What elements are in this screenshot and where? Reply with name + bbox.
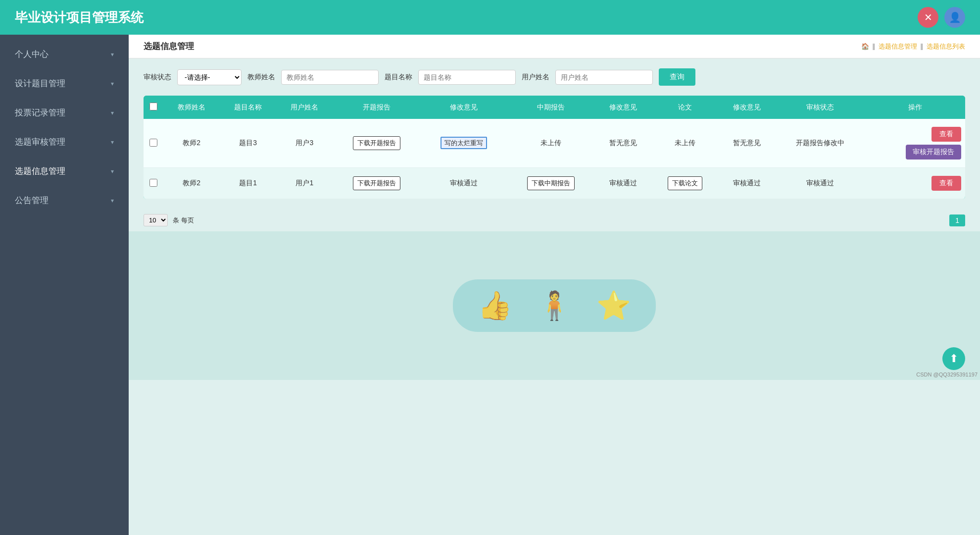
row1-comment3-cell: 暂无意见 (719, 119, 775, 168)
row2-user: 用户1 (276, 168, 333, 199)
row1-audit-button[interactable]: 审核开题报告 (906, 145, 961, 160)
chevron-right-icon: ▾ (111, 139, 114, 146)
row2-ops-cell: 查看 (865, 168, 965, 199)
sidebar-item-audit[interactable]: 选题审核管理 ▾ (0, 127, 129, 157)
sidebar-item-selection[interactable]: 选题信息管理 ▾ (0, 157, 129, 186)
main-content: 选题信息管理 🏠 ‖ 选题信息管理 ‖ 选题信息列表 审核状态 -请选择- 教师… (129, 35, 980, 535)
row1-teacher: 教师2 (163, 119, 220, 168)
select-all-checkbox[interactable] (149, 103, 157, 110)
row2-comment3-cell: 审核通过 (719, 168, 775, 199)
chevron-right-icon: ▾ (111, 51, 114, 58)
row1-topic: 题目3 (220, 119, 276, 168)
page-1-button[interactable]: 1 (949, 214, 965, 226)
topic-label: 题目名称 (385, 73, 412, 82)
row2-paper-cell: 下载论文 (651, 168, 719, 199)
user-label: 用户姓名 (522, 73, 549, 82)
sidebar-item-notice[interactable]: 公告管理 ▾ (0, 186, 129, 215)
per-page-label: 条 每页 (173, 216, 194, 225)
header-icons: ✕ 👤 (918, 7, 965, 28)
row1-ops-cell: 查看 审核开题报告 (865, 119, 965, 168)
breadcrumb-sep1: ‖ (872, 43, 876, 50)
row1-comment1-cell: 写的太烂重写 (421, 119, 507, 168)
row1-view-button[interactable]: 查看 (931, 127, 961, 142)
sidebar: 个人中心 ▾ 设计题目管理 ▾ 投票记录管理 ▾ 选题审核管理 ▾ 选题信息管理… (0, 35, 129, 535)
row2-download-paper-button[interactable]: 下载论文 (668, 176, 702, 190)
row2-download-open-report-button[interactable]: 下载开题报告 (353, 176, 400, 190)
row2-download-mid-report-button[interactable]: 下载中期报告 (527, 176, 575, 190)
chevron-right-icon: ▾ (111, 168, 114, 175)
breadcrumb-current: 选题信息列表 (927, 42, 965, 51)
star-icon: ⭐ (596, 289, 631, 322)
filter-bar: 审核状态 -请选择- 教师姓名 题目名称 用户姓名 查询 (129, 58, 980, 96)
row1-comment1-input[interactable]: 写的太烂重写 (441, 137, 487, 149)
sidebar-item-label: 选题审核管理 (15, 136, 65, 148)
row2-topic: 题目1 (220, 168, 276, 199)
chevron-right-icon: ▾ (111, 80, 114, 87)
page-title: 选题信息管理 (144, 41, 194, 52)
bottom-area: 👍 🧍 ⭐ ⬆ CSDN @QQ3295391197 (129, 231, 980, 380)
row2-comment1-cell: 审核通过 (421, 168, 507, 199)
row2-status-cell: 审核通过 (775, 168, 865, 199)
table-header-topic: 题目名称 (220, 96, 276, 119)
row2-comment2-cell: 审核通过 (595, 168, 651, 199)
home-icon: 🏠 (861, 43, 869, 50)
table-header-open-report: 开题报告 (333, 96, 421, 119)
csdn-watermark: CSDN @QQ3295391197 (916, 372, 978, 377)
table-header-comment3: 修改意见 (719, 96, 775, 119)
row1-paper-cell: 未上传 (651, 119, 719, 168)
thumbs-up-icon: 👍 (478, 289, 512, 322)
table-header-status: 审核状态 (775, 96, 865, 119)
breadcrumb-link1[interactable]: 选题信息管理 (879, 42, 917, 51)
row1-mid-report-cell: 未上传 (507, 119, 595, 168)
sidebar-item-design[interactable]: 设计题目管理 ▾ (0, 69, 129, 98)
row2-checkbox[interactable] (149, 179, 157, 187)
chevron-right-icon: ▾ (111, 109, 114, 116)
table-header-teacher: 教师姓名 (163, 96, 220, 119)
scroll-top-button[interactable]: ⬆ (942, 347, 965, 370)
row2-view-button[interactable]: 查看 (931, 176, 961, 191)
row1-checkbox[interactable] (149, 139, 157, 147)
table-header-comment1: 修改意见 (421, 96, 507, 119)
table-header-mid-report: 中期报告 (507, 96, 595, 119)
sidebar-item-label: 个人中心 (15, 49, 49, 60)
user-input[interactable] (555, 70, 653, 85)
row1-status-cell: 开题报告修改中 (775, 119, 865, 168)
close-button[interactable]: ✕ (918, 7, 938, 28)
row2-open-report-cell: 下载开题报告 (333, 168, 421, 199)
row1-user: 用户3 (276, 119, 333, 168)
topic-input[interactable] (418, 70, 516, 85)
table-container: 教师姓名 题目名称 用户姓名 开题报告 修改意见 中期报告 修改意见 论文 修改… (129, 96, 980, 209)
table-row: 教师2 题目3 用户3 下载开题报告 写的太烂重写 未上传 暂无意见 未上传 暂… (144, 119, 965, 168)
bottom-widget: 👍 🧍 ⭐ (453, 279, 656, 332)
table-header-paper: 论文 (651, 96, 719, 119)
user-button[interactable]: 👤 (944, 7, 965, 28)
sidebar-item-vote[interactable]: 投票记录管理 ▾ (0, 98, 129, 127)
teacher-label: 教师姓名 (247, 73, 275, 82)
sidebar-item-label: 投票记录管理 (15, 107, 65, 118)
breadcrumb-bar: 选题信息管理 🏠 ‖ 选题信息管理 ‖ 选题信息列表 (129, 35, 980, 58)
row1-checkbox-cell (144, 119, 163, 168)
sidebar-item-personal[interactable]: 个人中心 ▾ (0, 40, 129, 69)
teacher-input[interactable] (281, 70, 379, 85)
app-title: 毕业设计项目管理系统 (15, 9, 144, 26)
row1-comment2-cell: 暂无意见 (595, 119, 651, 168)
person-icon: 🧍 (537, 289, 572, 322)
per-page-select[interactable]: 10 20 50 (144, 214, 168, 226)
pagination-bar: 10 20 50 条 每页 1 (129, 209, 980, 231)
row1-open-report-cell: 下载开题报告 (333, 119, 421, 168)
row1-download-open-report-button[interactable]: 下载开题报告 (353, 136, 400, 150)
sidebar-item-label: 公告管理 (15, 195, 49, 206)
status-select[interactable]: -请选择- (177, 69, 242, 85)
table-row: 教师2 题目1 用户1 下载开题报告 审核通过 下载中期报告 审核通过 下载论文 (144, 168, 965, 199)
table-header-ops: 操作 (865, 96, 965, 119)
row2-teacher: 教师2 (163, 168, 220, 199)
row2-checkbox-cell (144, 168, 163, 199)
table-header-user: 用户姓名 (276, 96, 333, 119)
table-header-checkbox-col (144, 96, 163, 119)
breadcrumb-sep2: ‖ (920, 43, 924, 50)
header: 毕业设计项目管理系统 ✕ 👤 (0, 0, 980, 35)
table-header-comment2: 修改意见 (595, 96, 651, 119)
query-button[interactable]: 查询 (659, 68, 695, 86)
sidebar-item-label: 设计题目管理 (15, 78, 65, 89)
row2-mid-report-cell: 下载中期报告 (507, 168, 595, 199)
